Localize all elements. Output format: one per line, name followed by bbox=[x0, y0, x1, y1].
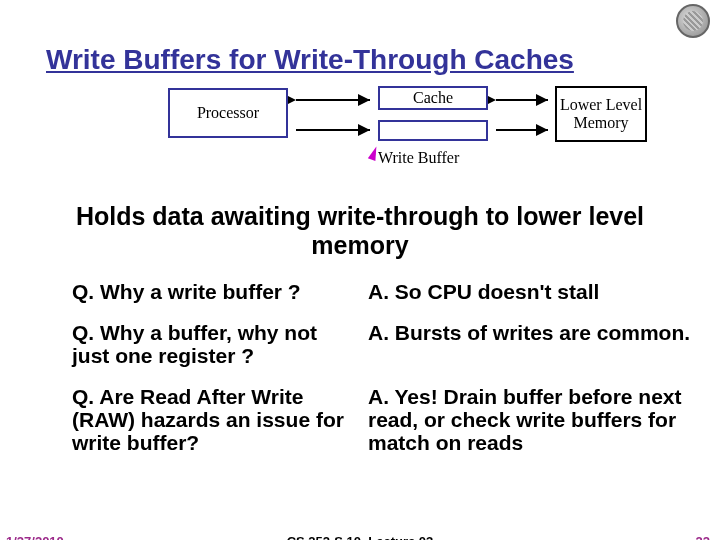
write-buffer-label: Write Buffer bbox=[378, 149, 459, 167]
answer: A. Bursts of writes are common. bbox=[368, 321, 708, 367]
processor-box: Processor bbox=[168, 88, 288, 138]
question: Q. Why a buffer, why not just one regist… bbox=[72, 321, 352, 367]
memory-box: Lower Level Memory bbox=[555, 86, 647, 142]
qa-grid: Q. Why a write buffer ? A. So CPU doesn'… bbox=[0, 260, 720, 455]
answer: A. Yes! Drain buffer before next read, o… bbox=[368, 385, 708, 454]
answer: A. So CPU doesn't stall bbox=[368, 280, 708, 303]
question: Q. Are Read After Write (RAW) hazards an… bbox=[72, 385, 352, 454]
write-buffer-box bbox=[378, 120, 488, 141]
footer-page: 22 bbox=[696, 534, 710, 540]
diagram: Processor Cache Lower Level Memory Write… bbox=[0, 86, 720, 206]
footer-course: CS 252-S 10, Lecture 03 bbox=[0, 534, 720, 540]
cache-box: Cache bbox=[378, 86, 488, 110]
seal-icon bbox=[676, 4, 710, 38]
subtitle: Holds data awaiting write-through to low… bbox=[0, 202, 720, 260]
question: Q. Why a write buffer ? bbox=[72, 280, 352, 303]
slide-title: Write Buffers for Write-Through Caches bbox=[0, 0, 720, 76]
